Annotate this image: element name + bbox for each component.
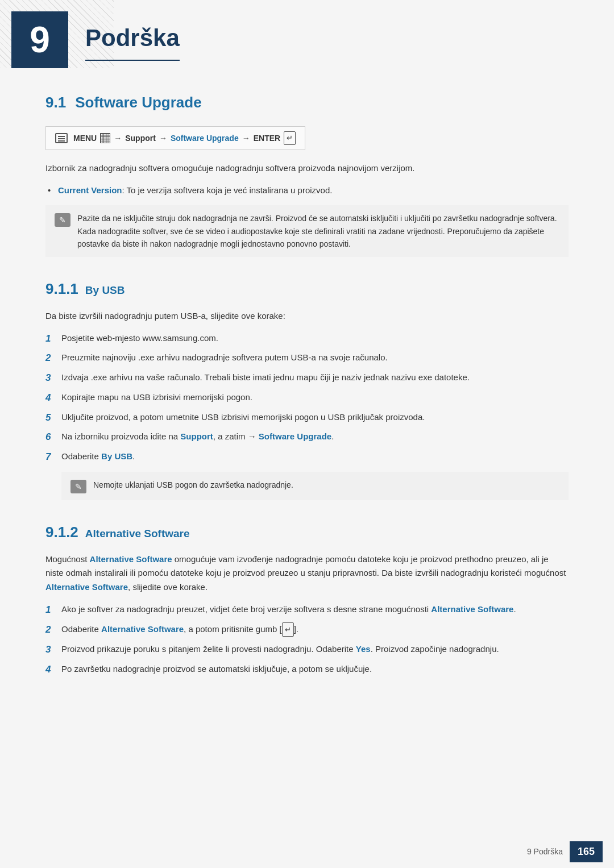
bullet-current-version: Current Version: To je verzija softvera … xyxy=(45,184,569,197)
menu-icon xyxy=(55,133,68,143)
note-icon-2 xyxy=(70,480,86,493)
step-3: Izdvaja .exe arhivu na vaše računalo. Tr… xyxy=(45,371,569,385)
alt-sw-label-2: Alternative Software xyxy=(45,582,128,592)
section-911: 9.1.1 By USB Da biste izvršili nadogradn… xyxy=(45,277,569,500)
section-91-intro: Izbornik za nadogradnju softvera omoguću… xyxy=(45,161,569,176)
step-6: Na izborniku proizvoda idite na Support,… xyxy=(45,430,569,444)
section-912-label: Alternative Software xyxy=(85,525,190,542)
menu-label: MENU xyxy=(73,132,97,144)
chapter-title: Podrška xyxy=(85,19,180,60)
software-upgrade-label: Software Upgrade xyxy=(171,132,239,144)
current-version-label: Current Version xyxy=(58,185,122,195)
arrow-1: → xyxy=(114,132,122,144)
section-911-steps: Posjetite web-mjesto www.samsung.com. Pr… xyxy=(45,331,569,464)
alt-step-3: Proizvod prikazuje poruku s pitanjem žel… xyxy=(45,642,569,657)
section-912-intro: Mogućnost Alternative Software omogućuje… xyxy=(45,553,569,595)
chapter-header: 9 Podrška xyxy=(0,0,614,80)
support-label: Support xyxy=(125,132,156,144)
main-content: 9.1 Software Upgrade MENU → Support → So… xyxy=(0,80,614,738)
section-911-title: 9.1.1 By USB xyxy=(45,277,569,301)
enter-icon: ↵ xyxy=(284,131,296,146)
alt-step-4: Po završetku nadogradnje proizvod se aut… xyxy=(45,662,569,676)
section-912-number: 9.1.2 xyxy=(45,521,78,545)
section-911-label: By USB xyxy=(85,282,125,299)
section-912-title: 9.1.2 Alternative Software xyxy=(45,521,569,545)
grid-icon xyxy=(100,133,110,143)
section-91: 9.1 Software Upgrade MENU → Support → So… xyxy=(45,91,569,257)
section-911-number: 9.1.1 xyxy=(45,277,78,301)
section-912: 9.1.2 Alternative Software Mogućnost Alt… xyxy=(45,521,569,676)
sw-upgrade-bold: Software Upgrade xyxy=(259,431,331,441)
note-box-2: Nemojte uklanjati USB pogon do završetka… xyxy=(61,472,569,500)
section-91-label: Software Upgrade xyxy=(75,91,202,115)
arrow-3: → xyxy=(242,132,250,144)
alt-step-2: Odaberite Alternative Software, a potom … xyxy=(45,622,569,637)
enter-icon-2: ↵ xyxy=(282,622,294,637)
section-911-intro: Da biste izvršili nadogradnju putem USB-… xyxy=(45,309,569,323)
section-91-bullets: Current Version: To je verzija softvera … xyxy=(45,184,569,197)
footer-chapter-label: 9 Podrška xyxy=(527,845,563,858)
section-91-number: 9.1 xyxy=(45,91,66,115)
yes-label: Yes xyxy=(356,644,371,654)
support-bold: Support xyxy=(180,431,213,441)
step-5: Uključite proizvod, a potom umetnite USB… xyxy=(45,410,569,425)
note-icon-1 xyxy=(55,213,70,227)
section-91-title: 9.1 Software Upgrade xyxy=(45,91,569,115)
note-box-1: Pazite da ne isključite struju dok nadog… xyxy=(45,205,569,257)
step-4: Kopirajte mapu na USB izbrisivi memorijs… xyxy=(45,391,569,405)
note-text-1: Pazite da ne isključite struju dok nadog… xyxy=(77,212,559,250)
arrow-2: → xyxy=(159,132,167,144)
step-1: Posjetite web-mjesto www.samsung.com. xyxy=(45,331,569,346)
footer-page-number: 165 xyxy=(570,841,603,862)
page-footer: 9 Podrška 165 xyxy=(0,836,614,868)
chapter-number: 9 xyxy=(11,11,68,68)
current-version-text: : To je verzija softvera koja je već ins… xyxy=(122,185,333,195)
step-2: Preuzmite najnoviju .exe arhivu nadograd… xyxy=(45,351,569,365)
alt-sw-ref-2: Alternative Software xyxy=(101,624,184,634)
note-text-2: Nemojte uklanjati USB pogon do završetka… xyxy=(93,479,293,491)
section-912-steps: Ako je softver za nadogradnju preuzet, v… xyxy=(45,603,569,676)
menu-path-bar: MENU → Support → Software Upgrade → ENTE… xyxy=(45,126,305,151)
step-7: Odaberite By USB. xyxy=(45,450,569,464)
enter-label: ENTER xyxy=(254,132,280,144)
alt-sw-label-1: Alternative Software xyxy=(90,554,172,564)
alt-sw-ref-1: Alternative Software xyxy=(431,604,513,614)
alt-step-1: Ako je softver za nadogradnju preuzet, v… xyxy=(45,603,569,617)
by-usb-bold: By USB xyxy=(101,451,132,461)
